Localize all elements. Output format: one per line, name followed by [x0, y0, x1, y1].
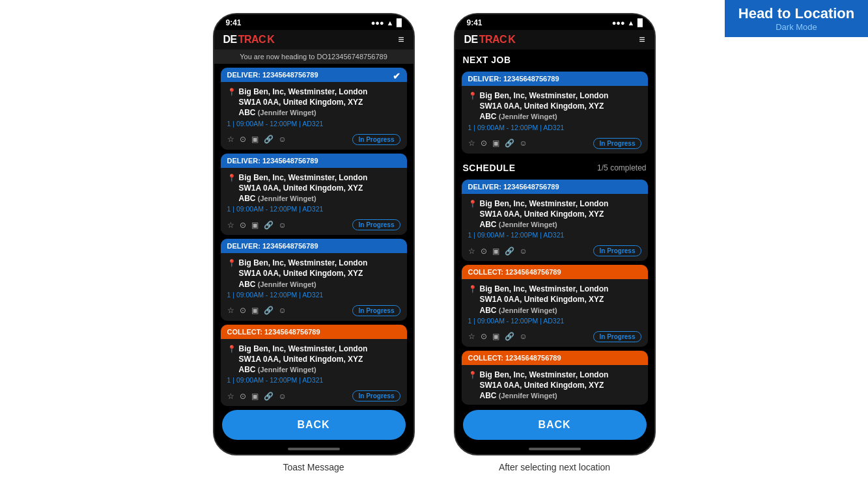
detrack-logo-1: DE TRAC K	[223, 34, 275, 46]
star-icon-4: ☆	[227, 392, 234, 401]
address-text2-1-3: SW1A 0AA, United Kingdom, XYZ	[239, 268, 368, 278]
job-meta-2-next: 1 | 09:00AM - 12:00PM | AD321	[468, 124, 641, 131]
job-card-1-3[interactable]: DELIVER: 12345648756789 📍 Big Ben, Inc, …	[221, 239, 407, 321]
star-icon-s1: ☆	[468, 247, 475, 256]
job-card-body-1-4: 📍 Big Ben, Inc, Westminster, London SW1A…	[221, 339, 407, 388]
link-icon-2: 🔗	[264, 221, 273, 230]
address-text3-1-1: ABC (Jennifer Winget)	[239, 107, 368, 118]
job-meta-2-s1: 1 | 09:00AM - 12:00PM | AD321	[468, 231, 641, 239]
job-card-2-s1[interactable]: DELIVER: 12345648756789 📍 Big Ben, Inc, …	[462, 180, 648, 262]
signal-icon-1: ●●●	[371, 19, 384, 27]
address-line-1-4: 📍 Big Ben, Inc, Westminster, London SW1A…	[227, 344, 400, 375]
status-icons-2: ●●● ▲ ▉	[612, 19, 643, 27]
job-card-2-s3[interactable]: COLLECT: 12345648756789 📍 Big Ben, Inc, …	[462, 351, 648, 405]
next-job-label: NEXT JOB	[455, 49, 654, 68]
pin-icon-2-next: 📍	[468, 91, 477, 101]
back-btn-bar-1: BACK	[222, 410, 406, 440]
address-text-1-2: Big Ben, Inc, Westminster, London	[239, 172, 368, 183]
status-badge-2-s2: In Progress	[593, 331, 641, 342]
job-card-2-s2[interactable]: COLLECT: 12345648756789 📍 Big Ben, Inc, …	[462, 265, 648, 347]
smiley-icon: ☺	[279, 135, 287, 144]
pin-icon-1-2: 📍	[227, 173, 236, 183]
phone-1: 9:41 ●●● ▲ ▉ DE TRAC K ≡ You are now hea…	[213, 13, 415, 455]
address-text2-1-1: SW1A 0AA, United Kingdom, XYZ	[239, 97, 368, 107]
address-line-1-1: 📍 Big Ben, Inc, Westminster, London SW1A…	[227, 87, 400, 118]
check-icon-1: ✔	[393, 71, 400, 81]
pin-icon-1-3: 📍	[227, 258, 236, 268]
battery-icon-2: ▉	[637, 19, 643, 27]
link-icon-s1: 🔗	[505, 247, 514, 256]
back-button-1[interactable]: BACK	[222, 410, 406, 440]
wifi-icon-1: ▲	[387, 19, 394, 27]
job-card-body-2-s3: 📍 Big Ben, Inc, Westminster, London SW1A…	[462, 365, 648, 405]
signal-icon-2: ●●●	[612, 19, 625, 27]
schedule-label: SCHEDULE	[463, 163, 516, 173]
pin-icon-1-1: 📍	[227, 87, 236, 97]
pin-icon-2-s2: 📍	[468, 284, 477, 294]
job-card-header-2-next: DELIVER: 12345648756789	[462, 72, 648, 86]
link-icon-s2: 🔗	[505, 332, 514, 341]
clock-icon-4: ⊙	[240, 392, 246, 401]
address-text-1-1: Big Ben, Inc, Westminster, London	[239, 87, 368, 97]
logo-de-2: DE	[464, 34, 478, 46]
address-text2-1-2: SW1A 0AA, United Kingdom, XYZ	[239, 183, 368, 193]
back-btn-bar-2: BACK	[463, 410, 647, 440]
job-card-1-4[interactable]: COLLECT: 12345648756789 📍 Big Ben, Inc, …	[221, 325, 407, 407]
link-icon-n: 🔗	[505, 139, 514, 148]
box-icon-s2: ▣	[492, 332, 499, 341]
phone-2-frame: 9:41 ●●● ▲ ▉ DE TRAC K ≡ NEXT JOB	[454, 13, 656, 455]
job-card-header-1-3: DELIVER: 12345648756789	[221, 239, 407, 253]
job-card-header-2-s2: COLLECT: 12345648756789	[462, 265, 648, 279]
clock-icon-s1: ⊙	[481, 247, 487, 256]
status-icons-1: ●●● ▲ ▉	[371, 19, 402, 27]
logo-arrow-2: K	[508, 34, 516, 46]
star-icon-n: ☆	[468, 139, 475, 148]
phone-1-frame: 9:41 ●●● ▲ ▉ DE TRAC K ≡ You are now hea…	[213, 13, 415, 455]
back-button-2[interactable]: BACK	[463, 410, 647, 440]
logo-de-1: DE	[223, 34, 237, 46]
nav-bar-2: DE TRAC K ≡	[455, 30, 654, 49]
phone-body-2: NEXT JOB DELIVER: 12345648756789 📍 Big B…	[455, 49, 654, 427]
status-badge-2-next: In Progress	[593, 138, 641, 149]
job-meta-1-3: 1 | 09:00AM - 12:00PM | AD321	[227, 291, 400, 299]
smiley-icon-3: ☺	[279, 306, 287, 315]
job-card-2-next[interactable]: DELIVER: 12345648756789 📍 Big Ben, Inc, …	[462, 72, 648, 154]
banner: Head to Location Dark Mode	[725, 0, 868, 37]
status-badge-1-4: In Progress	[352, 390, 400, 401]
job-card-body-1-1: 📍 Big Ben, Inc, Westminster, London SW1A…	[221, 82, 407, 131]
job-footer-1-2: ☆ ⊙ ▣ 🔗 ☺ In Progress	[221, 217, 407, 235]
job-card-body-2-next: 📍 Big Ben, Inc, Westminster, London SW1A…	[462, 86, 648, 135]
menu-icon-2[interactable]: ≡	[639, 34, 645, 46]
job-card-header-1-2: DELIVER: 12345648756789	[221, 154, 407, 168]
clock-icon-2: ⊙	[240, 221, 246, 230]
status-time-1: 9:41	[226, 18, 242, 27]
caption-1: Toast Message	[213, 462, 415, 472]
job-card-1-2[interactable]: DELIVER: 12345648756789 📍 Big Ben, Inc, …	[221, 154, 407, 236]
job-card-body-2-s1: 📍 Big Ben, Inc, Westminster, London SW1A…	[462, 194, 648, 243]
link-icon-3: 🔗	[264, 306, 273, 315]
schedule-header: SCHEDULE 1/5 completed	[455, 157, 654, 176]
menu-icon-1[interactable]: ≡	[398, 34, 404, 46]
action-icons-1-4: ☆ ⊙ ▣ 🔗 ☺	[227, 392, 287, 401]
job-meta-2-s2: 1 | 09:00AM - 12:00PM | AD321	[468, 317, 641, 325]
job-card-header-2-s3: COLLECT: 12345648756789	[462, 351, 648, 365]
job-card-body-1-2: 📍 Big Ben, Inc, Westminster, London SW1A…	[221, 168, 407, 217]
address-line-2-next: 📍 Big Ben, Inc, Westminster, London SW1A…	[468, 90, 641, 122]
address-line-1-3: 📍 Big Ben, Inc, Westminster, London SW1A…	[227, 258, 400, 290]
job-card-1-1[interactable]: DELIVER: 12345648756789 ✔ 📍 Big Ben, Inc…	[221, 68, 407, 150]
star-icon-3: ☆	[227, 306, 234, 315]
action-icons-2-next: ☆ ⊙ ▣ 🔗 ☺	[468, 139, 527, 148]
phone-body-1: DELIVER: 12345648756789 ✔ 📍 Big Ben, Inc…	[214, 64, 413, 442]
logo-track-1: TRAC	[238, 34, 266, 46]
job-card-header-1-1: DELIVER: 12345648756789 ✔	[221, 68, 407, 82]
status-bar-1: 9:41 ●●● ▲ ▉	[214, 14, 413, 30]
pin-icon-1-4: 📍	[227, 344, 236, 354]
battery-icon-1: ▉	[397, 19, 402, 27]
box-icon-s1: ▣	[492, 247, 499, 256]
job-card-body-1-3: 📍 Big Ben, Inc, Westminster, London SW1A…	[221, 253, 407, 303]
status-time-2: 9:41	[467, 18, 483, 27]
action-icons-1-3: ☆ ⊙ ▣ 🔗 ☺	[227, 306, 287, 315]
job-meta-1-1: 1 | 09:00AM - 12:00PM | AD321	[227, 120, 400, 128]
clock-icon-n: ⊙	[481, 139, 487, 148]
star-icon-2: ☆	[227, 221, 234, 230]
